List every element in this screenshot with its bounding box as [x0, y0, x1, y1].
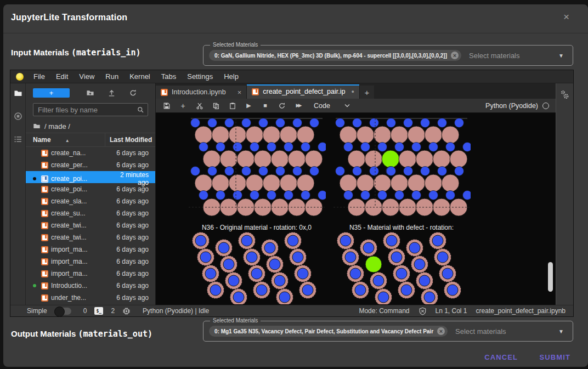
kernel-name[interactable]: Python (Pyodide) [485, 102, 538, 110]
notebook-file-icon [41, 162, 48, 169]
folder-icon [33, 122, 41, 130]
file-row[interactable]: create_twi...6 days ago [26, 219, 155, 231]
notebook-file-icon [41, 198, 48, 205]
file-row[interactable]: create_poi...2 minutes ago [26, 171, 155, 183]
menu-item-edit[interactable]: Edit [50, 72, 74, 81]
select-materials-placeholder: Select materials [455, 327, 506, 336]
file-modified: 6 days ago [109, 294, 155, 302]
file-modified: 6 days ago [109, 258, 155, 265]
notebook-file-icon [41, 294, 48, 302]
kernel-count[interactable]: 0 [83, 307, 87, 315]
file-name: Introductio... [51, 282, 109, 289]
kernel-chip-icon[interactable] [122, 307, 131, 315]
tab-bar: Introduction.ipynb × create_point_defect… [156, 83, 556, 99]
running-kernel-dot [33, 177, 36, 180]
file-row[interactable]: create_sla...6 days ago [26, 195, 155, 207]
file-list-header: Name▲ Last Modified [26, 133, 155, 147]
input-materials-select[interactable]: Selected Materials 0: GaN, Gallium Nitri… [203, 45, 573, 66]
chip-remove-icon[interactable]: × [437, 327, 445, 335]
restart-run-all-icon[interactable]: ▶▶ [294, 101, 302, 110]
cut-cells-icon[interactable] [195, 101, 203, 110]
cursor-position[interactable]: Ln 1, Col 1 [436, 307, 467, 315]
search-icon [137, 106, 144, 113]
trust-shield-icon[interactable] [419, 307, 427, 315]
no-kernel-dot [33, 212, 36, 215]
tab-introduction[interactable]: Introduction.ipynb × [156, 86, 247, 99]
file-modified: 2 minutes ago [109, 171, 155, 186]
upload-icon[interactable] [108, 89, 116, 97]
save-icon[interactable] [162, 101, 171, 110]
notebook-scrollbar[interactable] [548, 262, 553, 292]
notebook-content[interactable]: N36 - Original material - rotation: 0x,0… [156, 113, 556, 305]
chevron-down-icon[interactable]: ▼ [558, 53, 564, 59]
file-row[interactable]: import_ma...6 days ago [26, 243, 155, 256]
file-modified: 6 days ago [109, 197, 155, 205]
chip-remove-icon[interactable]: × [451, 52, 459, 59]
filter-files-input[interactable] [37, 105, 137, 115]
menu-item-file[interactable]: File [28, 72, 50, 81]
refresh-icon[interactable] [129, 89, 137, 97]
run-cell-icon[interactable]: ▶ [245, 101, 253, 110]
close-icon[interactable]: × [563, 12, 569, 22]
file-row[interactable]: import_ma...6 days ago [26, 256, 155, 268]
file-row[interactable]: under_the...6 days ago [26, 292, 155, 304]
file-browser-icon[interactable] [14, 89, 22, 98]
table-of-contents-icon[interactable] [14, 135, 22, 144]
file-browser-toolbar: + [26, 83, 155, 102]
notebook-toolbar: + ▶ ■ ▶▶ Code Python (Pyodide) [156, 99, 556, 113]
file-row[interactable]: import_ma...6 days ago [26, 268, 155, 280]
notebook-file-icon [41, 210, 48, 217]
input-material-chip[interactable]: 0: GaN, Gallium Nitride, HEX (P6_3mc) 3D… [209, 50, 461, 61]
tab-create-point-defect-pair[interactable]: create_point_defect_pair.ip ● [247, 84, 360, 99]
file-row[interactable]: create_su...6 days ago [26, 207, 155, 219]
command-mode-indicator[interactable]: Mode: Command [359, 307, 409, 315]
selected-materials-legend: Selected Materials [210, 42, 261, 48]
close-tab-icon[interactable]: × [238, 88, 242, 96]
terminal-count[interactable]: 2 [111, 307, 115, 315]
atoms-top-view [188, 232, 326, 304]
header-divider [3, 33, 588, 33]
paste-cells-icon[interactable] [228, 101, 236, 110]
kernel-status-text[interactable]: Python (Pyodide) | Idle [143, 307, 209, 315]
file-row[interactable]: create_poi...6 days ago [26, 183, 155, 195]
menu-item-help[interactable]: Help [218, 72, 244, 81]
file-modified: 6 days ago [109, 149, 155, 157]
column-last-modified[interactable]: Last Modified [105, 133, 155, 146]
add-tab-button[interactable]: + [360, 86, 374, 99]
cancel-button[interactable]: CANCEL [479, 349, 523, 366]
cell-type-dropdown[interactable]: Code [314, 102, 350, 110]
active-filename[interactable]: create_point_defect_pair.ipynb [476, 307, 566, 315]
breadcrumb[interactable]: / made / [26, 120, 155, 133]
atoms-side-view [188, 116, 326, 220]
file-name: create_sla... [51, 197, 109, 205]
chevron-down-icon[interactable]: ▼ [558, 328, 564, 334]
menu-item-kernel[interactable]: Kernel [124, 72, 156, 81]
new-folder-icon[interactable] [86, 89, 94, 97]
insert-cell-icon[interactable]: + [179, 101, 187, 110]
menu-item-settings[interactable]: Settings [182, 72, 218, 81]
copy-cells-icon[interactable] [212, 101, 220, 110]
file-row[interactable]: create_na...6 days ago [26, 147, 155, 159]
restart-kernel-icon[interactable] [278, 101, 286, 110]
submit-button[interactable]: SUBMIT [534, 349, 576, 366]
file-modified: 6 days ago [109, 209, 155, 217]
column-name[interactable]: Name▲ [33, 136, 105, 144]
file-row[interactable]: Introductio...6 days ago [26, 280, 155, 292]
output-material-chip[interactable]: 0: Mg1 Ga35 N35, Vacancy Defect, Pair De… [209, 326, 448, 337]
menu-item-tabs[interactable]: Tabs [156, 72, 182, 81]
running-kernels-icon[interactable] [14, 112, 22, 121]
simple-mode-toggle[interactable] [55, 308, 71, 315]
unsaved-changes-icon: ● [351, 89, 354, 94]
menu-item-view[interactable]: View [74, 72, 100, 81]
menu-item-run[interactable]: Run [100, 72, 124, 81]
file-row[interactable]: create_twi...6 days ago [26, 231, 155, 243]
terminal-icon[interactable]: $_ [94, 307, 103, 315]
stop-kernel-icon[interactable]: ■ [261, 101, 269, 110]
kernel-status-icon[interactable] [542, 103, 549, 109]
property-inspector-gears-icon[interactable] [560, 90, 570, 100]
notebook-file-icon [41, 222, 48, 229]
new-launcher-button[interactable]: + [33, 88, 70, 98]
caption-defect: N35 - Material with defect - rotation: [332, 224, 471, 231]
file-row[interactable]: create_per...6 days ago [26, 159, 155, 171]
output-materials-select[interactable]: Selected Materials 0: Mg1 Ga35 N35, Vaca… [203, 321, 573, 342]
